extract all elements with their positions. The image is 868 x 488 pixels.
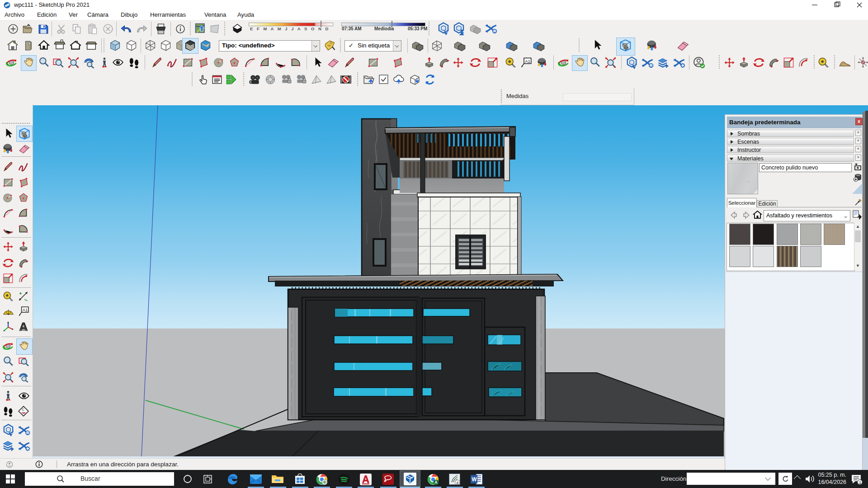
svg-text:8: 8 (457, 481, 459, 485)
svg-text:W: W (472, 476, 477, 483)
svg-text:1: 1 (859, 480, 861, 485)
